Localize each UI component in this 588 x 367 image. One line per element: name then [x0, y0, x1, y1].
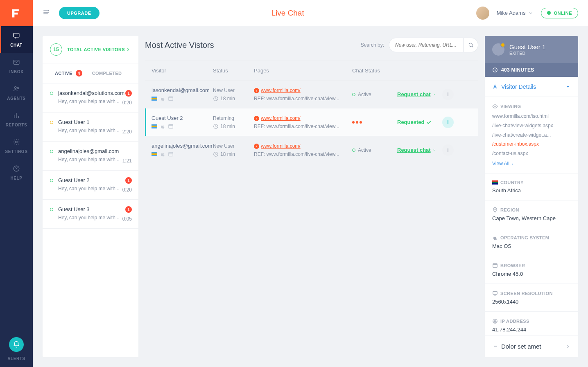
- table-row[interactable]: jasonkendal@gmail.com New User 18 min ww…: [145, 81, 478, 108]
- res-label: SCREEN RESOLUTION: [500, 291, 553, 296]
- svg-point-4: [16, 141, 18, 143]
- region-value: Cape Town, Western Cape: [492, 215, 571, 221]
- browser-value: Chrome 45.0: [492, 271, 571, 277]
- page-ref: REF: www.formilla.com/live-chat/view...: [254, 151, 352, 157]
- visitor-meta: [152, 151, 213, 157]
- chat-row[interactable]: jasonkendal@solutions.com 1 Hey, can you…: [43, 83, 138, 113]
- table-title: Most Active Vistors: [145, 41, 361, 50]
- details-footer[interactable]: Dolor set amet: [485, 335, 578, 357]
- tab-completed[interactable]: COMPLETED: [87, 63, 127, 83]
- user-avatar[interactable]: [476, 7, 489, 20]
- chat-name: angelinajoles@gmail.com: [58, 148, 131, 154]
- visitor-time: 18 min: [213, 151, 254, 157]
- agents-icon: [13, 85, 20, 92]
- user-menu[interactable]: Mike Adams: [497, 10, 534, 16]
- tab-active[interactable]: ACTIVE 4: [50, 63, 87, 83]
- apple-icon: [160, 151, 165, 157]
- menu-toggle-icon[interactable]: [43, 9, 50, 17]
- chat-time: 0:05: [122, 216, 132, 222]
- chat-row[interactable]: Guest User 1 Hey, can you help me with..…: [43, 113, 138, 142]
- browser-icon: [168, 96, 174, 101]
- svg-rect-0: [14, 33, 19, 37]
- browser-icon: [492, 263, 498, 268]
- clock-icon: [213, 151, 219, 157]
- visitor-meta: [152, 124, 213, 129]
- info-button[interactable]: i: [442, 144, 454, 156]
- visitor-details-toggle[interactable]: Visitor Details: [485, 77, 578, 97]
- queue-header[interactable]: 15 TOTAL ACTIVE VISITORS: [43, 36, 138, 63]
- status-pill[interactable]: ONLINE: [541, 8, 578, 18]
- search-button[interactable]: [463, 38, 478, 52]
- brand-logo[interactable]: [0, 0, 33, 26]
- page-ref: REF: www.formilla.com/live-chat/view...: [254, 124, 352, 129]
- svg-rect-11: [169, 152, 173, 156]
- apple-icon: [160, 124, 165, 129]
- table-row[interactable]: Guest User 2 Returning 18 min www.formil…: [145, 108, 478, 136]
- table-row[interactable]: angelinajoles@gmail.com New User 18 min …: [145, 136, 478, 164]
- browser-section: BROWSER Chrome 45.0: [485, 256, 578, 284]
- chat-preview: Hey, can you help me with...: [58, 215, 120, 221]
- nav-reports[interactable]: REPORTS: [0, 106, 33, 133]
- view-all-link[interactable]: View All: [492, 161, 514, 167]
- session-duration: 403 MINUTES: [485, 63, 578, 77]
- eye-icon: [492, 104, 498, 109]
- nav-settings[interactable]: SETTINGS: [0, 133, 33, 159]
- tab-active-label: ACTIVE: [55, 71, 72, 76]
- visitor-time: 18 min: [213, 124, 254, 129]
- viewing-page[interactable]: /live-chat/view-widgets.aspx: [492, 121, 571, 131]
- upgrade-button[interactable]: UPGRADE: [59, 7, 100, 19]
- chat-row[interactable]: angelinajoles@gmail.com Hey, can you hel…: [43, 142, 138, 171]
- chat-preview: Hey, can you help me with...: [58, 186, 120, 191]
- page-url[interactable]: www.formilla.com/: [261, 143, 301, 149]
- nav-help[interactable]: HELP: [0, 159, 33, 186]
- viewing-page[interactable]: /live-chat/create-widget.a...: [492, 131, 571, 140]
- nav-agents[interactable]: AGENTS: [0, 79, 33, 106]
- requested-label: Requested: [397, 119, 442, 125]
- chat-row[interactable]: Guest User 2 1 Hey, can you help me with…: [43, 171, 138, 200]
- ip-section: IP ADDRESS 41.78.244.244: [485, 312, 578, 335]
- bell-icon: [9, 337, 24, 352]
- gear-icon: [13, 138, 20, 146]
- viewing-label: VIEWING: [500, 104, 521, 109]
- page-url[interactable]: www.formilla.com/: [261, 88, 301, 93]
- page-url[interactable]: www.formilla.com/: [261, 115, 301, 121]
- chat-time: 0:20: [122, 187, 132, 193]
- help-icon: [13, 165, 20, 172]
- link-icon: [254, 144, 259, 149]
- apple-icon: [160, 96, 165, 101]
- visitor-count-badge: 15: [50, 43, 62, 56]
- request-chat-button[interactable]: Request chat: [397, 91, 442, 97]
- visitor-name: jasonkendal@gmail.com: [152, 87, 213, 93]
- chat-row[interactable]: Guest User 3 1 Hey, can you help me with…: [43, 200, 138, 229]
- topbar: UPGRADE Live Chat Mike Adams ONLINE: [33, 0, 588, 26]
- nav-inbox-label: INBOX: [9, 70, 24, 74]
- visitors-panel: Most Active Vistors Search by: Visitor S: [138, 36, 485, 357]
- country-section: COUNTRY South Africa: [485, 173, 578, 200]
- status-dot: [50, 179, 53, 182]
- nav-agents-label: AGENTS: [7, 96, 25, 101]
- chevron-right-icon: [511, 162, 514, 165]
- section-title: Visitor Details: [501, 83, 562, 90]
- request-chat-button[interactable]: Request chat: [397, 147, 442, 153]
- nav-chat[interactable]: CHAT: [0, 26, 33, 53]
- search-label: Search by:: [361, 42, 384, 48]
- nav-inbox[interactable]: INBOX: [0, 53, 33, 79]
- nav-alerts[interactable]: ALERTS: [0, 337, 33, 367]
- viewing-page[interactable]: /customer-inbox.aspx: [492, 140, 571, 149]
- browser-label: BROWSER: [500, 263, 525, 268]
- status-dot: [50, 150, 53, 153]
- info-button[interactable]: i: [442, 89, 454, 100]
- unread-badge: 1: [125, 90, 132, 97]
- viewing-page[interactable]: /contact-us.aspx: [492, 149, 571, 158]
- chat-time: 1:21: [122, 158, 132, 164]
- svg-point-6: [469, 43, 472, 46]
- search-input[interactable]: [389, 38, 463, 52]
- viewing-page[interactable]: www.formilla.com/iso.html: [492, 112, 571, 121]
- ip-label: IP ADDRESS: [500, 319, 529, 324]
- details-header: Guest User 1 EXITED: [485, 36, 578, 63]
- visitor-name: Guest User 2: [152, 115, 213, 121]
- globe-icon: [492, 318, 498, 324]
- ip-value: 41.78.244.244: [492, 326, 571, 333]
- res-value: 2560x1440: [492, 299, 571, 305]
- info-button[interactable]: i: [442, 117, 454, 128]
